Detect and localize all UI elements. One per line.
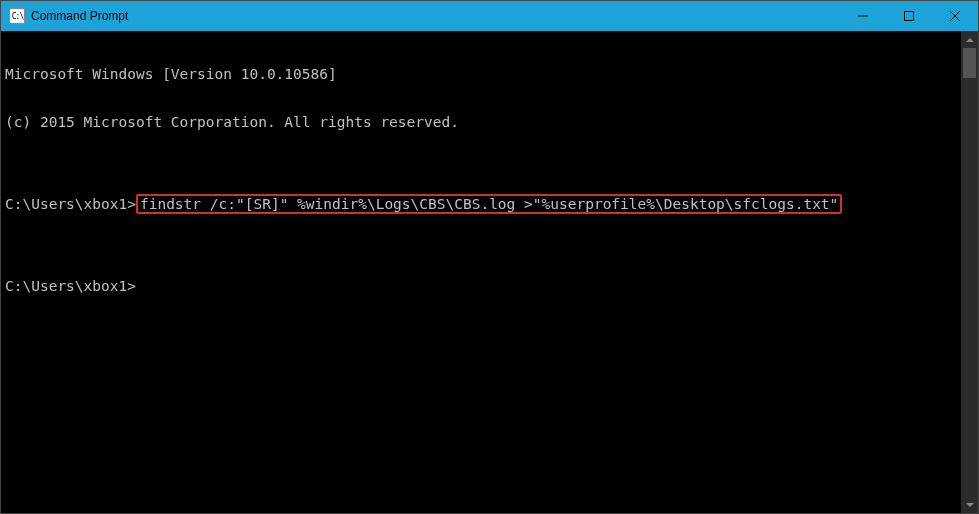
- titlebar[interactable]: C:\ Command Prompt: [1, 1, 978, 31]
- terminal-area: Microsoft Windows [Version 10.0.10586] (…: [1, 31, 978, 513]
- svg-rect-1: [905, 12, 914, 21]
- svg-marker-5: [966, 503, 974, 507]
- svg-marker-4: [966, 38, 974, 42]
- chevron-up-icon: [966, 38, 974, 42]
- prompt-text: C:\Users\xbox1>: [5, 278, 136, 294]
- prompt-text: C:\Users\xbox1>: [5, 196, 136, 212]
- maximize-icon: [904, 11, 914, 21]
- scroll-down-button[interactable]: [961, 496, 978, 513]
- close-icon: [950, 11, 960, 21]
- output-line: Microsoft Windows [Version 10.0.10586]: [5, 66, 957, 82]
- output-line: (c) 2015 Microsoft Corporation. All righ…: [5, 114, 957, 130]
- command-line: C:\Users\xbox1>findstr /c:"[SR]" %windir…: [5, 194, 957, 214]
- close-button[interactable]: [932, 1, 978, 31]
- terminal-output[interactable]: Microsoft Windows [Version 10.0.10586] (…: [1, 31, 961, 513]
- app-icon: C:\: [9, 8, 25, 24]
- chevron-down-icon: [966, 503, 974, 507]
- command-prompt-window: C:\ Command Prompt Microsoft Windows [Ve…: [0, 0, 979, 514]
- window-controls: [840, 1, 978, 31]
- cursor: [136, 290, 144, 293]
- window-title: Command Prompt: [31, 9, 840, 23]
- minimize-button[interactable]: [840, 1, 886, 31]
- highlighted-command: findstr /c:"[SR]" %windir%\Logs\CBS\CBS.…: [136, 194, 842, 214]
- prompt-line: C:\Users\xbox1>: [5, 278, 957, 294]
- scroll-up-button[interactable]: [961, 31, 978, 48]
- scroll-thumb[interactable]: [963, 48, 976, 78]
- maximize-button[interactable]: [886, 1, 932, 31]
- vertical-scrollbar[interactable]: [961, 31, 978, 513]
- minimize-icon: [858, 11, 868, 21]
